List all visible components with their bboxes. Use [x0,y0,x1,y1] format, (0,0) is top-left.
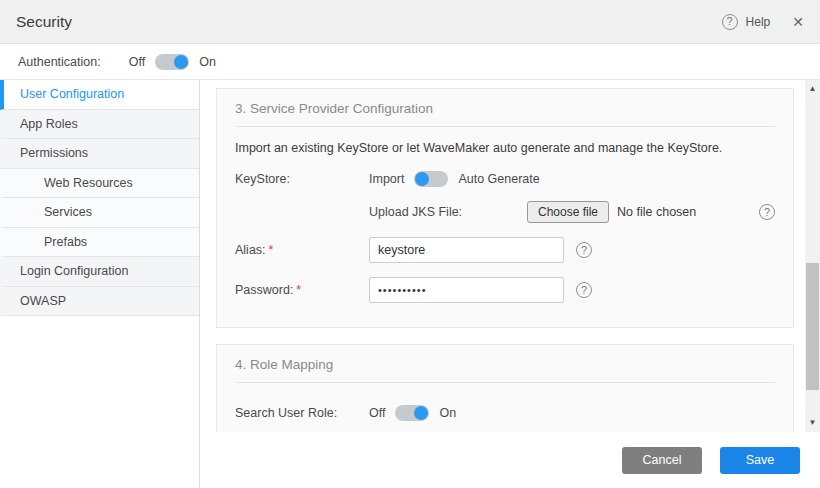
authentication-on-label: On [199,55,216,69]
dialog-body: User Configuration App Roles Permissions… [0,80,820,488]
upload-jks-row: Upload JKS File: Choose file No file cho… [235,201,775,223]
content-column: 3. Service Provider Configuration Import… [200,80,820,488]
scrollbar-thumb[interactable] [806,263,819,390]
help-link[interactable]: Help [746,15,771,29]
save-button[interactable]: Save [720,447,800,474]
close-icon[interactable]: ✕ [792,14,804,30]
alias-label: Alias:* [235,243,369,257]
sidebar-item-app-roles[interactable]: App Roles [0,110,199,140]
security-dialog: Security ? Help ✕ Authentication: Off On… [0,0,820,488]
scroll-up-icon[interactable]: ▲ [805,82,820,96]
section-description: Import an existing KeyStore or let WaveM… [235,141,775,155]
alias-input[interactable] [369,237,564,263]
toggle-knob [415,172,429,186]
header-actions: ? Help ✕ [722,14,804,30]
keystore-import-label: Import [369,172,404,186]
search-user-role-row: Search User Role: Off On [235,405,775,421]
search-user-role-toggle[interactable] [395,405,429,421]
upload-help-icon[interactable]: ? [759,204,775,220]
upload-jks-label: Upload JKS File: [369,205,527,219]
file-status-text: No file chosen [617,205,696,219]
sidebar-item-services[interactable]: Services [0,198,199,228]
sidebar-item-user-configuration[interactable]: User Configuration [0,80,199,110]
sidebar-item-login-configuration[interactable]: Login Configuration [0,257,199,287]
toggle-knob [414,406,428,420]
cancel-button[interactable]: Cancel [622,447,702,474]
keystore-row: KeyStore: Import Auto Generate [235,171,775,187]
password-label: Password:* [235,283,369,297]
password-row: Password:* ? [235,277,775,303]
dialog-header: Security ? Help ✕ [0,0,820,44]
authentication-label: Authentication: [18,55,101,69]
alias-row: Alias:* ? [235,237,775,263]
search-user-role-label: Search User Role: [235,406,369,420]
authentication-toggle[interactable] [155,54,189,70]
keystore-label: KeyStore: [235,172,369,186]
role-mapping-card: 4. Role Mapping Search User Role: Off On… [216,344,794,432]
authentication-bar: Authentication: Off On [0,44,820,80]
scroll-down-icon[interactable]: ▼ [805,416,820,430]
dialog-footer: Cancel Save [200,432,820,488]
service-provider-configuration-card: 3. Service Provider Configuration Import… [216,88,794,328]
required-mark: * [269,243,274,257]
section-title: 3. Service Provider Configuration [235,101,775,127]
search-user-role-on-label: On [439,406,456,420]
required-mark: * [296,283,301,297]
help-icon[interactable]: ? [722,14,738,30]
authentication-off-label: Off [129,55,145,69]
page-title: Security [16,13,72,31]
settings-scroll-area: 3. Service Provider Configuration Import… [200,80,820,432]
alias-help-icon[interactable]: ? [576,242,592,258]
password-help-icon[interactable]: ? [576,282,592,298]
sidebar-item-owasp[interactable]: OWASP [0,287,199,317]
keystore-toggle[interactable] [414,171,448,187]
keystore-auto-generate-label: Auto Generate [458,172,539,186]
sidebar-item-web-resources[interactable]: Web Resources [0,169,199,199]
search-user-role-off-label: Off [369,406,385,420]
section-title: 4. Role Mapping [235,357,775,383]
sidebar-item-permissions[interactable]: Permissions [0,139,199,169]
choose-file-button[interactable]: Choose file [527,201,609,223]
sidebar-item-prefabs[interactable]: Prefabs [0,228,199,258]
vertical-scrollbar[interactable]: ▲ ▼ [805,80,820,432]
toggle-knob [174,55,188,69]
password-input[interactable] [369,277,564,303]
sidebar: User Configuration App Roles Permissions… [0,80,200,488]
